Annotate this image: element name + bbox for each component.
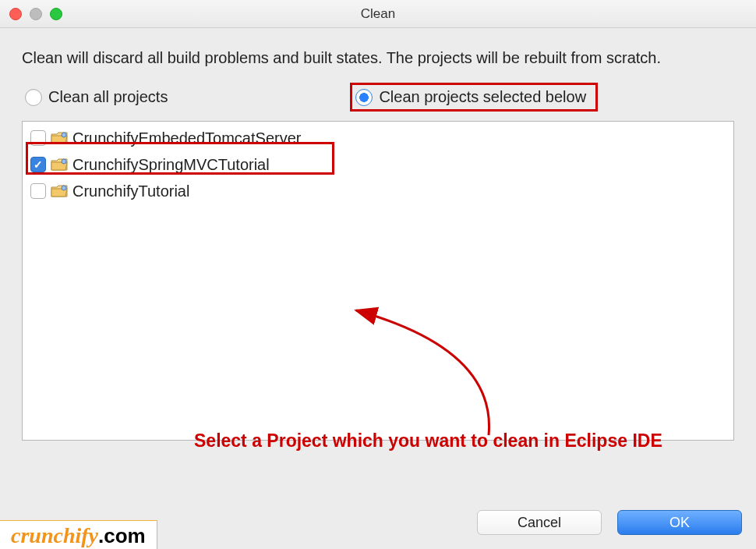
project-list[interactable]: CrunchifyEmbededTomcatServer ✓ Crunchify… <box>22 121 734 441</box>
checkbox[interactable] <box>30 130 46 146</box>
folder-icon <box>51 131 68 145</box>
annotation-arrow-icon <box>348 303 520 443</box>
ok-button[interactable]: OK <box>617 510 742 535</box>
window-title: Clean <box>0 6 756 22</box>
close-icon[interactable] <box>9 8 22 20</box>
clean-scope-group: Clean all projects Clean projects select… <box>22 83 734 112</box>
radio-icon <box>355 89 373 106</box>
watermark-brand: crunchify <box>11 523 98 547</box>
dialog-buttons: Cancel OK <box>477 510 742 535</box>
watermark: crunchify.com <box>0 520 157 549</box>
folder-icon <box>51 158 68 172</box>
radio-clean-selected[interactable]: Clean projects selected below <box>350 83 598 112</box>
checkbox[interactable] <box>30 183 46 199</box>
checkbox[interactable]: ✓ <box>30 157 46 172</box>
folder-icon <box>51 184 68 198</box>
list-item[interactable]: CrunchifyTutorial <box>27 178 729 204</box>
radio-clean-all[interactable]: Clean all projects <box>22 85 171 109</box>
svg-point-0 <box>62 133 66 137</box>
svg-point-1 <box>62 159 66 164</box>
project-name: CrunchifyEmbededTomcatServer <box>72 126 301 150</box>
project-name: CrunchifyTutorial <box>72 179 189 203</box>
radio-label: Clean projects selected below <box>379 88 586 106</box>
maximize-icon[interactable] <box>50 8 62 20</box>
minimize-icon[interactable] <box>30 8 42 20</box>
dialog-content: Clean will discard all build problems an… <box>0 28 756 441</box>
svg-point-2 <box>62 186 66 190</box>
list-item[interactable]: ✓ CrunchifySpringMVCTutorial <box>27 151 729 178</box>
cancel-button[interactable]: Cancel <box>477 510 602 535</box>
watermark-suffix: .com <box>98 524 146 547</box>
radio-icon <box>25 89 42 106</box>
window-controls <box>9 8 62 20</box>
project-name: CrunchifySpringMVCTutorial <box>72 153 270 176</box>
list-item[interactable]: CrunchifyEmbededTomcatServer <box>27 125 729 151</box>
dialog-description: Clean will discard all build problems an… <box>22 47 734 69</box>
titlebar: Clean <box>0 0 756 28</box>
radio-label: Clean all projects <box>48 88 168 106</box>
annotation-text: Select a Project which you want to clean… <box>194 430 662 452</box>
